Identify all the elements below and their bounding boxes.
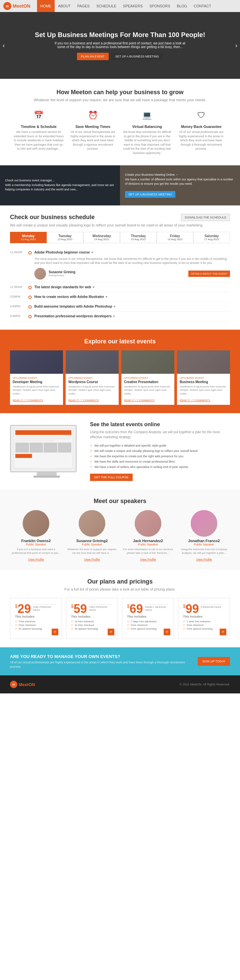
schedule-item-title[interactable]: How to create vectors with Adobe Illustr… [34, 295, 230, 299]
speaker-role: Public Speaker [178, 543, 230, 546]
event-text: Vestibulum id ligula porta felis euismod… [13, 385, 60, 396]
pricing-features-list: ✓1 year free entrance✓Free checkout✓Free… [183, 620, 225, 631]
speaker-card: Jonathan Franco2 Public Speaker Using th… [178, 510, 230, 562]
events-section: Explore our latest events UPCOMING EVENT… [0, 330, 240, 413]
speaker-photo [23, 510, 49, 537]
day-tab-tuesday[interactable]: Tuesday13 Aug 2022 [47, 232, 83, 243]
plan-event-button[interactable]: PLAN AN EVENT [77, 53, 109, 60]
event-title: Developer Meeting [13, 380, 60, 384]
event-card-body: UPCOMING EVENT Developer Meeting Vestibu… [10, 374, 63, 405]
footer: m MeetON © 2022 MeetON. All Rights Reser… [0, 675, 240, 694]
speaker-photo [135, 510, 161, 537]
schedule-dot [28, 315, 32, 318]
shield-icon: 🛡 [195, 108, 208, 122]
event-read-link[interactable]: READ IT / 7 COMMENTS [13, 399, 43, 402]
view-profile-link[interactable]: View Profile [140, 558, 156, 561]
event-card-body: UPCOMING EVENT Creative Presentation Ves… [122, 374, 174, 405]
cta-button[interactable]: SIGN UP TODAY [198, 657, 230, 666]
check-icon: ✓ [90, 449, 93, 453]
nav-link-contact[interactable]: CONTACT [190, 0, 214, 12]
nav-link-about[interactable]: ABOUT [55, 0, 74, 12]
hero-content: Set Up Business Meetings For More Than 1… [35, 31, 205, 60]
schedule-item-title[interactable]: The latest design standards for web ▼ [34, 285, 230, 289]
speaker-card: Jack Hernandez2 Public Speaker For more … [122, 510, 174, 562]
pricing-select-button[interactable]: + [164, 628, 171, 635]
pricing-feature: ✓Free speech licensing [183, 627, 225, 631]
pricing-select-button[interactable]: + [219, 628, 226, 635]
schedule-item-title[interactable]: Presentation professional wordpress deve… [34, 314, 230, 318]
nav-link-home[interactable]: HOME [37, 0, 55, 12]
view-profile-link[interactable]: View Profile [28, 558, 44, 561]
event-tag: UPCOMING EVENT [68, 376, 116, 379]
price-amount: 59 [74, 603, 87, 615]
hero-prev-arrow[interactable]: ‹ [3, 42, 5, 49]
nav-link-pages[interactable]: PAGES [74, 0, 93, 12]
pricing-select-button[interactable]: + [108, 628, 114, 635]
schedule-item-title[interactable]: Adobe Photoshop beginner course ▼ [34, 250, 230, 254]
pricing-feature: ✓Free entrance [15, 620, 57, 623]
events-grid: UPCOMING EVENT Developer Meeting Vestibu… [10, 350, 230, 405]
view-profile-link[interactable]: View Profile [196, 558, 212, 561]
speaker-photo [191, 510, 217, 537]
pricing-feature: ✓2x free entrance [71, 620, 113, 623]
nav-logo[interactable]: m MeetON [3, 2, 30, 10]
pricing-price: $ 29 ONE PERSON PASS [15, 603, 57, 615]
pricing-feature: ✓Free speech licensing [127, 627, 169, 631]
price-amount: 69 [129, 603, 143, 615]
pricing-card: $ 69 FAMILY SEASON PASS This includes: ✓… [122, 598, 174, 639]
day-tab-saturday[interactable]: Saturday17 Aug 2022 [193, 232, 230, 243]
check-icon: ✓ [183, 624, 185, 627]
pricing-feature: ✓Free checkout [15, 623, 57, 627]
get-course-button[interactable]: GET THE FULL COURSE [90, 474, 133, 481]
setup-meeting-banner-button[interactable]: SET UP A BUSINESS MEETING [125, 191, 175, 198]
event-tag: UPCOMING EVENT [180, 376, 227, 379]
monitor-icon: 💻 [141, 108, 154, 122]
schedule-item: 5:00PM Presentation professional wordpre… [10, 312, 230, 321]
event-read-link[interactable]: READ IT / 7 COMMENTS [124, 399, 154, 402]
feature-title: Timeline & Schedule [13, 124, 64, 129]
pricing-features-list: ✓7 days free admission✓Free checkout✓Fre… [127, 620, 169, 631]
banner-strip: Check out business event manager...With … [0, 165, 240, 205]
pricing-card: $ 29 ONE PERSON PASS This includes: ✓Fre… [10, 598, 62, 639]
speakers-section: Meet our speakers Franklin Owens2 Public… [0, 489, 240, 570]
event-details-button[interactable]: DETAILS ABOUT THE EVENT [188, 270, 230, 277]
schedule-section: Check our business schedule DOWNLOAD THE… [0, 205, 240, 330]
price-label: PREMIUM PASS [201, 604, 221, 609]
nav-link-schedule[interactable]: SCHEDULE [93, 0, 120, 12]
day-tab-thursday[interactable]: Thursday15 Aug 2022 [120, 232, 157, 243]
speaker-bio: Whatever the level of support you requir… [66, 547, 118, 555]
hero-subtitle: If you run a business and want a profess… [53, 41, 187, 49]
day-tab-monday[interactable]: Monday12 Aug 2022 [10, 232, 47, 243]
download-schedule-button[interactable]: DOWNLOAD THE SCHEDULE [181, 214, 230, 221]
logo-icon: m [3, 2, 11, 10]
nav-link-blog[interactable]: BLOG [173, 0, 190, 12]
event-card-body: UPCOMING EVENT Wordpress Course Vestibul… [66, 374, 118, 405]
nav-link-sponsors[interactable]: SPONSORS [146, 0, 173, 12]
check-item: ✓We have a team of writers who specialis… [90, 464, 230, 469]
event-tag: UPCOMING EVENT [13, 376, 60, 379]
price-dollar: $ [71, 604, 74, 609]
pricing-grid: $ 29 ONE PERSON PASS This includes: ✓Fre… [10, 598, 230, 639]
event-title: Wordpress Course [68, 380, 116, 384]
pricing-select-button[interactable]: + [52, 628, 58, 635]
online-title: See the latest events online [90, 422, 230, 428]
clock-icon: ⏰ [86, 108, 99, 122]
view-profile-link[interactable]: View Profile [84, 558, 99, 561]
event-read-link[interactable]: READ IT / 7 COMMENTS [180, 399, 210, 402]
event-read-link[interactable]: READ IT / 7 COMMENTS [68, 399, 99, 402]
check-icon: ✓ [127, 627, 129, 630]
schedule-item-title[interactable]: Build awesome templates with Adobe Photo… [34, 305, 230, 308]
check-text: We have a team of writers who specialise… [94, 465, 188, 469]
setup-meeting-button[interactable]: SET UP A BUSINESS MEETING [111, 53, 163, 60]
event-card-image [122, 350, 174, 374]
speaker-name: Susanne Grining2 [66, 539, 118, 543]
day-tab-friday[interactable]: Friday16 Aug 2022 [157, 232, 193, 243]
event-card: UPCOMING EVENT Wordpress Course Vestibul… [66, 350, 118, 405]
nav-link-speakers[interactable]: SPEAKERS [120, 0, 146, 12]
feature-text: We know that sometimes it's difficult to… [122, 130, 173, 155]
hero-next-arrow[interactable]: › [235, 42, 237, 49]
price-label: FAMILY SEASON PASS [145, 604, 169, 612]
day-tab-wednesday[interactable]: Wednesday14 Aug 2022 [83, 232, 120, 243]
cta-text: ARE YOU READY TO MANAGE YOUR OWN EVENTS?… [10, 654, 192, 669]
schedule-dot [28, 305, 32, 309]
